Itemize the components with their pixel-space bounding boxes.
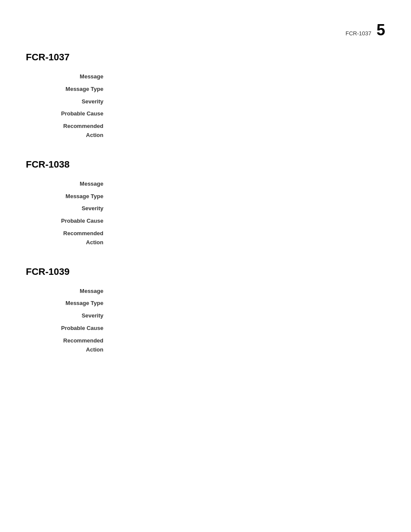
field-label-probable-cause: Probable Cause: [26, 108, 112, 120]
field-label-message-type: Message Type: [26, 190, 112, 203]
table-row: RecommendedAction: [26, 227, 385, 249]
field-value-message: [112, 285, 385, 298]
field-label-severity: Severity: [26, 96, 112, 108]
main-content: FCR-1037 Message Message Type Severity P…: [0, 0, 411, 399]
table-row: Severity: [26, 310, 385, 322]
field-label-probable-cause: Probable Cause: [26, 215, 112, 227]
field-value-severity: [112, 96, 385, 108]
field-value-message-type: [112, 297, 385, 310]
field-value-probable-cause: [112, 215, 385, 227]
field-value-severity: [112, 310, 385, 322]
table-row: Message: [26, 71, 385, 83]
fcr-1039-section: FCR-1039 Message Message Type Severity P…: [26, 266, 385, 356]
table-row: Probable Cause: [26, 108, 385, 120]
fcr-1038-title: FCR-1038: [26, 159, 385, 170]
fcr-1037-section: FCR-1037 Message Message Type Severity P…: [26, 52, 385, 142]
table-row: Severity: [26, 96, 385, 108]
table-row: Message Type: [26, 190, 385, 203]
table-row: Message: [26, 285, 385, 298]
fcr-1037-table: Message Message Type Severity Probable C…: [26, 71, 385, 142]
field-label-severity: Severity: [26, 310, 112, 322]
table-row: Probable Cause: [26, 215, 385, 227]
fcr-1038-table: Message Message Type Severity Probable C…: [26, 178, 385, 249]
fcr-1037-title: FCR-1037: [26, 52, 385, 63]
field-label-message-type: Message Type: [26, 83, 112, 96]
field-value-message-type: [112, 83, 385, 96]
field-value-severity: [112, 202, 385, 215]
field-value-recommended-action: [112, 335, 385, 356]
page-header: FCR-1037 5: [346, 22, 385, 38]
field-label-probable-cause: Probable Cause: [26, 322, 112, 335]
field-label-recommended-action: RecommendedAction: [26, 227, 112, 249]
table-row: Probable Cause: [26, 322, 385, 335]
fcr-1039-table: Message Message Type Severity Probable C…: [26, 285, 385, 356]
table-row: RecommendedAction: [26, 335, 385, 356]
field-value-recommended-action: [112, 227, 385, 249]
field-label-severity: Severity: [26, 202, 112, 215]
field-value-message: [112, 178, 385, 190]
field-label-recommended-action: RecommendedAction: [26, 335, 112, 356]
field-label-message: Message: [26, 178, 112, 190]
field-value-probable-cause: [112, 108, 385, 120]
field-value-message: [112, 71, 385, 83]
chapter-ref-label: FCR-1037: [346, 30, 371, 37]
field-value-probable-cause: [112, 322, 385, 335]
field-label-recommended-action: RecommendedAction: [26, 120, 112, 142]
page-number: 5: [377, 22, 385, 38]
table-row: Severity: [26, 202, 385, 215]
field-value-message-type: [112, 190, 385, 203]
table-row: Message Type: [26, 297, 385, 310]
table-row: RecommendedAction: [26, 120, 385, 142]
table-row: Message: [26, 178, 385, 190]
field-label-message-type: Message Type: [26, 297, 112, 310]
field-label-message: Message: [26, 285, 112, 298]
fcr-1038-section: FCR-1038 Message Message Type Severity P…: [26, 159, 385, 249]
table-row: Message Type: [26, 83, 385, 96]
field-label-message: Message: [26, 71, 112, 83]
field-value-recommended-action: [112, 120, 385, 142]
fcr-1039-title: FCR-1039: [26, 266, 385, 277]
